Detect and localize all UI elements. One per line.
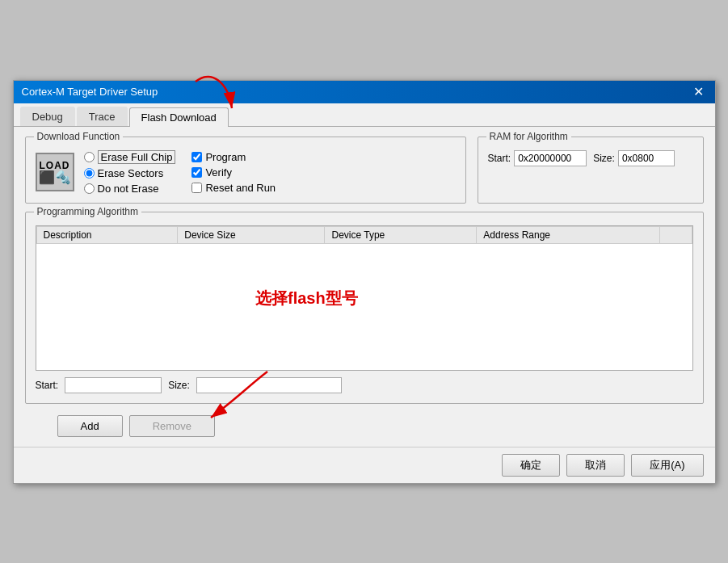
reset-run-label: Reset and Run — [205, 182, 276, 194]
programming-algorithm-group: Programming Algorithm Description Device… — [25, 212, 704, 404]
flash-annotation: 选择flash型号 — [255, 287, 358, 309]
verify-label: Verify — [205, 166, 232, 179]
start-input[interactable] — [65, 377, 162, 393]
tab-trace[interactable]: Trace — [77, 107, 128, 126]
download-inner: LOAD ⬛🔩 Erase Full Chip Erase Sectors — [36, 150, 456, 195]
tab-flash-download[interactable]: Flash Download — [129, 107, 229, 127]
ram-algorithm-legend: RAM for Algorithm — [486, 131, 571, 142]
ram-start-label: Start: — [488, 153, 511, 164]
checkbox-reset-run[interactable]: Reset and Run — [191, 182, 276, 194]
confirm-button[interactable]: 确定 — [502, 454, 560, 477]
ram-size-input[interactable] — [618, 150, 675, 166]
col-device-size: Device Size — [178, 226, 325, 243]
cancel-button[interactable]: 取消 — [566, 454, 625, 477]
radio-do-not-erase[interactable]: Do not Erase — [84, 183, 176, 195]
download-function-group: Download Function LOAD ⬛🔩 Erase Full Chi… — [25, 137, 466, 204]
add-button[interactable]: Add — [57, 415, 123, 437]
algorithm-table: Description Device Size Device Type Addr… — [36, 226, 692, 244]
col-extra — [659, 226, 692, 243]
action-row: Add Remove — [25, 412, 704, 437]
title-bar: Cortex-M Target Driver Setup ✕ — [14, 81, 715, 103]
program-label: Program — [205, 151, 246, 163]
algorithm-table-container: Description Device Size Device Type Addr… — [36, 225, 693, 371]
footer: 确定 取消 应用(A) — [14, 447, 715, 483]
erase-full-chip-label: Erase Full Chip — [98, 150, 176, 164]
checkbox-verify[interactable]: Verify — [191, 166, 276, 179]
ram-algorithm-group: RAM for Algorithm Start: Size: — [478, 137, 704, 204]
download-function-legend: Download Function — [34, 131, 124, 142]
radio-erase-sectors[interactable]: Erase Sectors — [84, 167, 176, 179]
main-window: Cortex-M Target Driver Setup ✕ Debug Tra… — [13, 80, 716, 484]
programming-algorithm-legend: Programming Algorithm — [34, 206, 141, 217]
apply-button[interactable]: 应用(A) — [631, 454, 703, 477]
erase-sectors-label: Erase Sectors — [98, 167, 164, 179]
col-description: Description — [36, 226, 178, 243]
tab-debug[interactable]: Debug — [20, 107, 75, 126]
window-title: Cortex-M Target Driver Setup — [22, 86, 158, 98]
load-icon: LOAD ⬛🔩 — [36, 153, 74, 191]
do-not-erase-label: Do not Erase — [98, 183, 159, 195]
ram-inner: Start: Size: — [488, 150, 693, 166]
col-address-range: Address Range — [477, 226, 659, 243]
content-area: Download Function LOAD ⬛🔩 Erase Full Chi… — [14, 127, 715, 447]
bottom-fields: Start: Size: — [36, 376, 693, 395]
close-button[interactable]: ✕ — [690, 86, 707, 99]
checkbox-program[interactable]: Program — [191, 151, 276, 163]
start-label: Start: — [36, 380, 59, 391]
size-input[interactable] — [196, 377, 342, 393]
load-icon-text: LOAD — [40, 160, 70, 171]
table-header-row: Description Device Size Device Type Addr… — [36, 226, 692, 243]
radio-erase-full-chip[interactable]: Erase Full Chip — [84, 150, 176, 164]
ram-start-field: Start: — [488, 150, 587, 166]
ram-size-field: Size: — [593, 150, 675, 166]
checkbox-group: Program Verify Reset and Run — [191, 151, 276, 194]
radio-group: Erase Full Chip Erase Sectors Do not Era… — [84, 150, 176, 195]
size-label: Size: — [168, 380, 190, 391]
prog-inner: Description Device Size Device Type Addr… — [36, 225, 693, 395]
col-device-type: Device Type — [325, 226, 477, 243]
ram-size-label: Size: — [593, 153, 615, 164]
remove-button[interactable]: Remove — [129, 415, 215, 437]
load-icon-graphic: ⬛🔩 — [39, 171, 71, 184]
tab-bar: Debug Trace Flash Download — [14, 103, 715, 127]
ram-start-input[interactable] — [514, 150, 587, 166]
top-row: Download Function LOAD ⬛🔩 Erase Full Chi… — [25, 137, 704, 204]
